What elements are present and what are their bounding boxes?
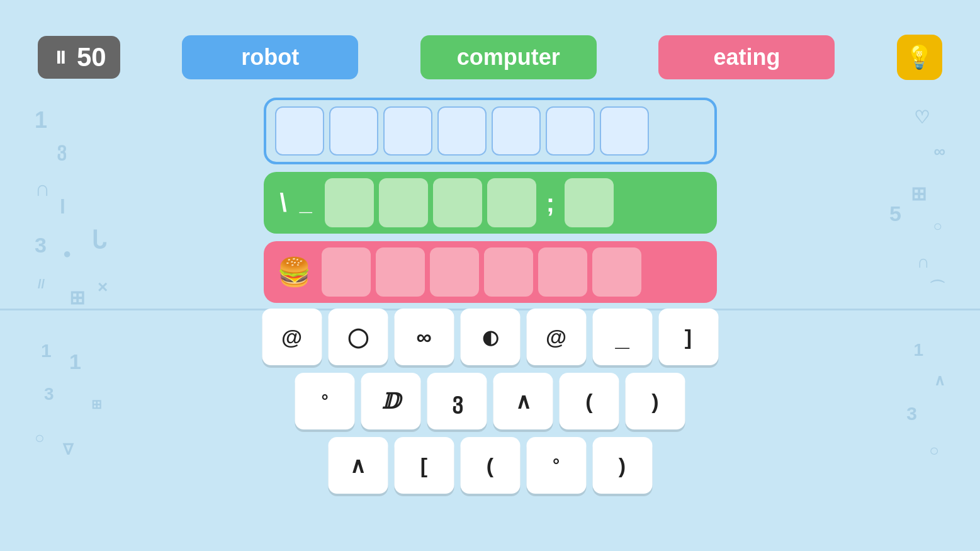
pause-icon[interactable]: ⏸ bbox=[52, 47, 70, 68]
bg-char: 1 bbox=[913, 340, 923, 360]
bg-char: 1 bbox=[69, 349, 81, 374]
bg-char: ∞ bbox=[933, 142, 945, 161]
pink-cell-5[interactable] bbox=[538, 247, 587, 297]
key-wedge-2[interactable]: ∧ bbox=[328, 437, 388, 494]
bg-char: 3 bbox=[44, 384, 54, 404]
bg-char: ∩ bbox=[917, 252, 930, 272]
bg-char: 3 bbox=[35, 233, 47, 258]
key-wedge[interactable]: ∧ bbox=[493, 373, 553, 429]
blue-cell-2[interactable] bbox=[329, 106, 378, 156]
bg-char: ⌒ bbox=[929, 277, 945, 299]
key-row-2: ° 𝔻 ვ ∧ ( ) bbox=[295, 373, 685, 429]
key-georgian[interactable]: ვ bbox=[427, 373, 487, 429]
bg-char: ∇ bbox=[63, 441, 73, 458]
green-cell-2[interactable] bbox=[379, 178, 428, 227]
key-square-bracket-open[interactable]: [ bbox=[394, 437, 454, 494]
pink-cell-4[interactable] bbox=[484, 247, 533, 297]
bg-char: ⊞ bbox=[911, 183, 926, 205]
green-cell-3[interactable] bbox=[433, 178, 482, 227]
bg-char: 1 bbox=[35, 107, 47, 133]
bg-char: ∩ bbox=[35, 176, 50, 201]
key-row-1: @ ◯ ∞ ◐ @ _ ] bbox=[262, 309, 718, 365]
bg-char: // bbox=[38, 277, 45, 292]
game-area: \ _ ; 🍔 bbox=[264, 98, 717, 303]
key-underscore[interactable]: _ bbox=[592, 309, 652, 365]
bg-char: 3 bbox=[906, 403, 917, 424]
green-cell-5[interactable] bbox=[565, 178, 614, 227]
blue-cell-7[interactable] bbox=[600, 106, 649, 156]
bg-char: 1 bbox=[41, 340, 52, 361]
key-half-circle[interactable]: ◐ bbox=[460, 309, 520, 365]
bg-char: l bbox=[60, 195, 65, 219]
score-box: ⏸ 50 bbox=[38, 36, 120, 79]
answer-row-green: \ _ ; bbox=[264, 172, 717, 234]
blue-cell-3[interactable] bbox=[383, 106, 432, 156]
key-bracket-close[interactable]: ] bbox=[658, 309, 718, 365]
key-paren-close-2[interactable]: ) bbox=[592, 437, 652, 494]
word-eating-button[interactable]: eating bbox=[658, 35, 835, 79]
bg-char: ⊞ bbox=[91, 397, 102, 412]
bg-char: ვ bbox=[57, 139, 66, 161]
green-prefix-backslash: \ bbox=[276, 189, 291, 217]
word-computer-button[interactable]: computer bbox=[420, 35, 597, 79]
key-circle[interactable]: ◯ bbox=[328, 309, 388, 365]
burger-icon: 🍔 bbox=[273, 256, 317, 288]
bg-char: ∧ bbox=[934, 372, 945, 389]
key-at-1[interactable]: @ bbox=[262, 309, 322, 365]
pink-cell-6[interactable] bbox=[592, 247, 641, 297]
hint-button[interactable]: 💡 bbox=[897, 35, 942, 80]
blue-cell-1[interactable] bbox=[275, 106, 324, 156]
keyboard-area: @ ◯ ∞ ◐ @ _ ] ° 𝔻 ვ ∧ ( ) ∧ [ ( ° ) bbox=[262, 309, 718, 494]
answer-row-pink: 🍔 bbox=[264, 241, 717, 303]
key-d-bold[interactable]: 𝔻 bbox=[361, 373, 421, 429]
bg-char: 5 bbox=[889, 202, 901, 226]
blue-cell-4[interactable] bbox=[437, 106, 487, 156]
score-value: 50 bbox=[77, 42, 106, 72]
bg-char: ○ bbox=[933, 217, 943, 235]
top-bar: ⏸ 50 robot computer eating 💡 bbox=[0, 35, 980, 80]
green-cell-1[interactable] bbox=[325, 178, 374, 227]
green-prefix-underscore: _ bbox=[296, 190, 316, 216]
bg-char: ○ bbox=[35, 428, 45, 448]
key-degree[interactable]: ° bbox=[295, 373, 355, 429]
pink-cell-1[interactable] bbox=[322, 247, 371, 297]
bg-char: ● bbox=[63, 246, 71, 262]
bg-char: ᒐ bbox=[91, 227, 106, 254]
key-paren-open-1[interactable]: ( bbox=[560, 373, 619, 429]
green-cell-4[interactable] bbox=[487, 178, 536, 227]
green-semicolon: ; bbox=[546, 189, 555, 217]
answer-row-blue bbox=[264, 98, 717, 164]
bg-char: ○ bbox=[929, 441, 939, 460]
key-infinity[interactable]: ∞ bbox=[394, 309, 454, 365]
blue-cell-6[interactable] bbox=[546, 106, 595, 156]
pink-cell-3[interactable] bbox=[430, 247, 479, 297]
bg-char: × bbox=[98, 277, 108, 297]
key-degree-2[interactable]: ° bbox=[526, 437, 586, 494]
key-at-2[interactable]: @ bbox=[526, 309, 586, 365]
bg-char: ⊞ bbox=[69, 287, 85, 309]
lightbulb-icon: 💡 bbox=[905, 44, 933, 71]
bg-char: ♡ bbox=[914, 107, 930, 128]
blue-cell-5[interactable] bbox=[492, 106, 541, 156]
pink-cell-2[interactable] bbox=[376, 247, 425, 297]
key-paren-open-2[interactable]: ( bbox=[460, 437, 520, 494]
key-row-3: ∧ [ ( ° ) bbox=[328, 437, 652, 494]
word-robot-button[interactable]: robot bbox=[182, 35, 358, 79]
key-paren-close-1[interactable]: ) bbox=[626, 373, 685, 429]
